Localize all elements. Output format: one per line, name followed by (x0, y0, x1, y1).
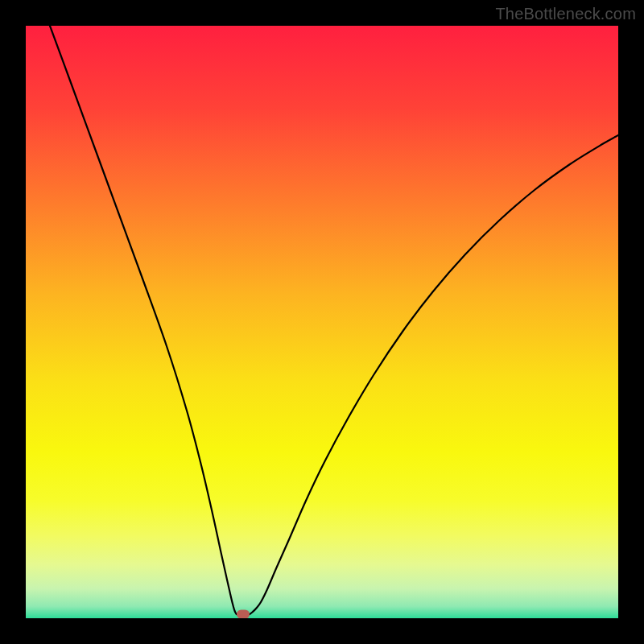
optimum-marker (237, 610, 250, 619)
outer-frame: TheBottleneck.com (0, 0, 644, 644)
plot-area (26, 26, 618, 618)
watermark-text: TheBottleneck.com (495, 5, 636, 23)
bottleneck-curve (26, 26, 618, 618)
